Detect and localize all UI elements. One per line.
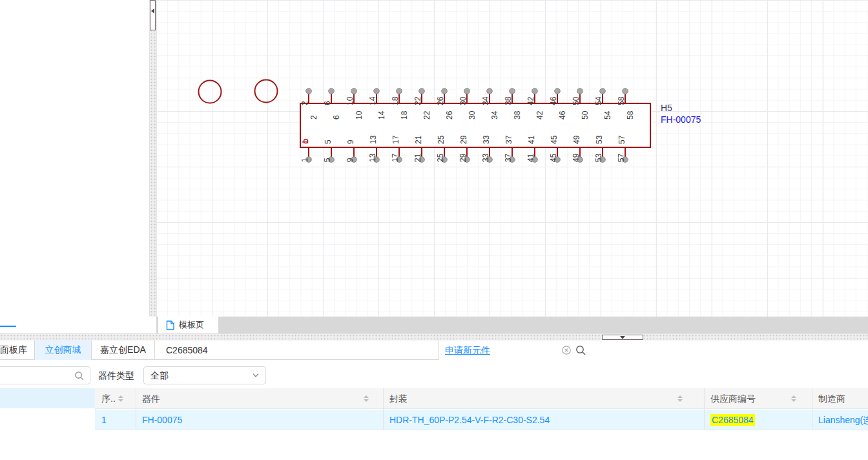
pin-49[interactable]: 4949 [572, 135, 583, 162]
cell-part[interactable]: FH-00075 [136, 410, 383, 430]
svg-text:30: 30 [468, 110, 477, 120]
svg-text:9: 9 [346, 158, 355, 162]
tab-label: 嘉立创EDA [100, 344, 146, 356]
svg-text:2: 2 [300, 101, 309, 105]
sort-icon[interactable] [364, 395, 369, 402]
svg-text:45: 45 [550, 135, 559, 144]
category-selected-row[interactable] [0, 388, 95, 408]
pin-21[interactable]: 2121 [413, 135, 424, 162]
tab-panel-library[interactable]: 面板库 [0, 340, 34, 360]
svg-text:22: 22 [413, 96, 422, 105]
highlighted-supplier-id: C2685084 [710, 414, 755, 426]
arrow-left-icon [151, 8, 154, 14]
svg-text:50: 50 [581, 110, 590, 120]
header-manufacturer[interactable]: 制造商 [812, 388, 845, 409]
svg-text:14: 14 [377, 110, 386, 120]
filter-search-box [0, 366, 90, 384]
svg-text:2: 2 [309, 115, 318, 120]
collapse-left-handle[interactable] [150, 0, 156, 30]
svg-text:14: 14 [368, 96, 377, 105]
component-search-box [155, 340, 439, 360]
horizontal-splitter[interactable] [0, 333, 868, 340]
pin-37[interactable]: 3737 [504, 135, 515, 162]
header-index[interactable]: 序.. [95, 388, 116, 409]
component-search-input[interactable] [155, 340, 413, 359]
svg-text:50: 50 [572, 96, 581, 105]
svg-text:17: 17 [391, 135, 400, 144]
svg-text:13: 13 [368, 153, 377, 162]
header-footprint[interactable]: 封装 [383, 388, 408, 409]
pin-17[interactable]: 1717 [391, 135, 402, 162]
tab-jlc-eda[interactable]: 嘉立创EDA [92, 340, 155, 360]
cell-supplier-id[interactable]: C2685084 [704, 410, 812, 430]
svg-text:57: 57 [617, 135, 626, 144]
svg-text:26: 26 [436, 96, 445, 105]
left-panel-accent [0, 326, 16, 327]
request-new-part-link[interactable]: 申请新元件 [445, 340, 490, 360]
vertical-splitter[interactable] [149, 0, 156, 317]
sort-icon[interactable] [118, 395, 123, 402]
eda-editor-window: 2266101014141818222226263030343438384242… [0, 0, 868, 460]
pin-33[interactable]: 3333 [481, 135, 492, 162]
pin-13[interactable]: 1313 [368, 135, 379, 162]
sort-icon[interactable] [791, 395, 796, 402]
part-type-select[interactable]: 全部 [143, 366, 266, 384]
library-tab-bar: 面板库 立创商城 嘉立创EDA 申请新元件 [0, 340, 868, 360]
pin-5[interactable]: 55 [323, 140, 334, 162]
svg-text:49: 49 [572, 135, 581, 144]
pin-45[interactable]: 4545 [549, 135, 560, 162]
pin-53[interactable]: 5353 [594, 135, 605, 162]
tab-label: 面板库 [0, 344, 27, 356]
symbol-name[interactable]: FH-00075 [661, 114, 701, 125]
sheet-tab-template-page[interactable]: 模板页 [158, 317, 218, 333]
svg-text:13: 13 [369, 135, 378, 144]
header-part[interactable]: 器件 [136, 388, 160, 409]
svg-text:49: 49 [572, 153, 581, 162]
svg-text:6: 6 [323, 101, 332, 105]
table-header-row: 序.. 器件 封装 供应商编号 制造商 [95, 388, 868, 409]
svg-text:21: 21 [413, 153, 422, 162]
mounting-hole-circle[interactable] [255, 80, 278, 103]
svg-text:38: 38 [513, 110, 522, 120]
header-supplier-id[interactable]: 供应商编号 [704, 388, 756, 409]
cell-footprint[interactable]: HDR-TH_60P-P2.54-V-F-R2-C30-S2.54 [383, 410, 704, 430]
pin-29[interactable]: 2929 [459, 135, 470, 162]
svg-text:30: 30 [459, 96, 468, 105]
pin-25[interactable]: 2525 [436, 135, 447, 162]
filter-search-input[interactable] [1, 367, 65, 384]
svg-text:41: 41 [526, 153, 535, 162]
pin-41[interactable]: 4141 [526, 135, 537, 162]
chevron-down-icon [253, 373, 259, 378]
column-divider [383, 388, 384, 430]
svg-text:37: 37 [504, 153, 513, 162]
svg-text:33: 33 [482, 135, 491, 144]
svg-text:54: 54 [594, 96, 603, 105]
table-row[interactable]: 1 FH-00075 HDR-TH_60P-P2.54-V-F-R2-C30-S… [95, 410, 868, 430]
svg-text:46: 46 [558, 110, 567, 120]
column-divider [812, 388, 812, 430]
svg-text:53: 53 [594, 153, 603, 162]
clear-search-icon[interactable] [562, 346, 571, 355]
column-divider [704, 388, 705, 430]
svg-text:6: 6 [332, 115, 341, 120]
library-panel: 面板库 立创商城 嘉立创EDA 申请新元件 [0, 340, 868, 460]
svg-text:22: 22 [422, 110, 431, 120]
left-panel [0, 0, 149, 340]
search-icon[interactable] [74, 371, 84, 381]
collapse-bottom-handle[interactable] [602, 335, 643, 340]
schematic-symbol[interactable]: 2266101014141818222226263030343438384242… [156, 0, 868, 317]
sheet-tab-bar: 模板页 [156, 317, 868, 333]
mounting-hole-circle[interactable] [199, 81, 222, 103]
symbol-designator[interactable]: H5 [661, 103, 672, 114]
pin-9[interactable]: 99 [346, 140, 356, 162]
sort-icon[interactable] [677, 395, 683, 402]
cell-index: 1 [95, 410, 136, 430]
svg-text:58: 58 [626, 110, 635, 120]
pin-57[interactable]: 5757 [617, 135, 628, 162]
svg-text:25: 25 [437, 135, 446, 144]
tab-lcsc-mall[interactable]: 立创商城 [34, 340, 92, 360]
cell-manufacturer[interactable]: Liansheng(连 [812, 410, 868, 430]
schematic-canvas[interactable]: 2266101014141818222226263030343438384242… [156, 0, 868, 317]
search-icon[interactable] [575, 345, 586, 355]
svg-text:46: 46 [549, 96, 558, 105]
